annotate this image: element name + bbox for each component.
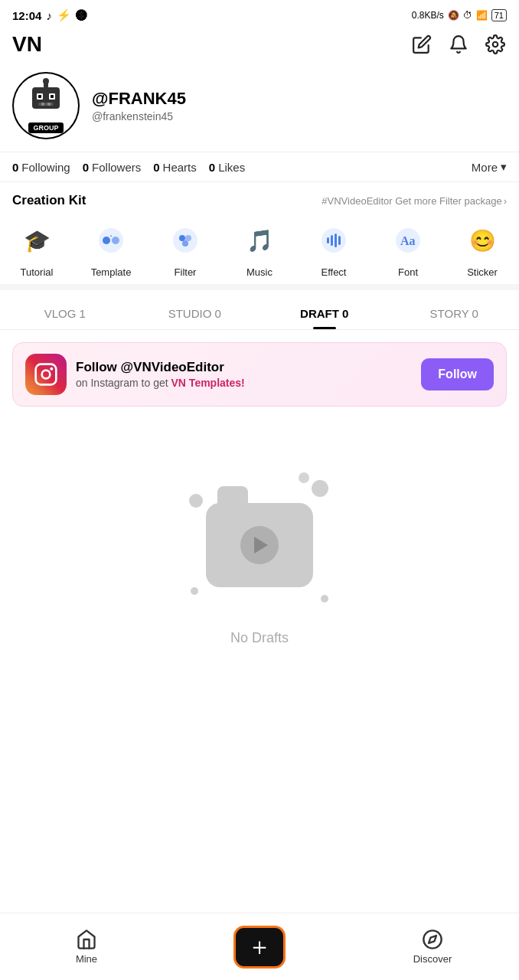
banner-text: Follow @VNVideoEditor on Instagram to ge… — [76, 360, 412, 389]
status-time: 12:04 ♪ ⚡ 🅢 — [12, 8, 87, 22]
status-right-icons: 0.8KB/s 🔕 ⏱ 📶 71 — [412, 9, 507, 21]
notification-button[interactable] — [447, 33, 470, 56]
home-icon — [76, 929, 97, 950]
template-label: Template — [91, 266, 132, 278]
kit-item-tutorial[interactable]: 🎓 Tutorial — [15, 219, 58, 278]
music-label: Music — [246, 266, 273, 278]
discover-label: Discover — [413, 953, 452, 965]
svg-point-27 — [42, 371, 51, 379]
svg-point-28 — [50, 368, 53, 371]
network-speed: 0.8KB/s — [412, 10, 444, 21]
likes-stat[interactable]: 0 Likes — [209, 161, 245, 174]
svg-rect-7 — [38, 103, 54, 106]
font-icon: Aa — [387, 219, 429, 262]
empty-drafts-icon — [183, 465, 336, 618]
hearts-label: Hearts — [163, 161, 197, 174]
svg-rect-8 — [41, 103, 44, 106]
creation-kit-section: Creation Kit #VNVideoEditor Get more Fil… — [0, 182, 519, 284]
clock-icon: ⏱ — [463, 10, 472, 21]
svg-point-12 — [99, 228, 123, 253]
svg-rect-21 — [331, 235, 333, 246]
music-icon: 🎵 — [238, 219, 281, 262]
kit-filter-link[interactable]: #VNVideoEditor Get more Filter package › — [322, 195, 507, 207]
nav-add[interactable]: ＋ — [173, 926, 346, 969]
svg-rect-5 — [38, 95, 41, 98]
filter-label: Filter — [175, 266, 197, 278]
status-bar: 12:04 ♪ ⚡ 🅢 0.8KB/s 🔕 ⏱ 📶 71 — [0, 0, 519, 28]
following-label: Following — [21, 161, 70, 174]
kit-icons-row: 🎓 Tutorial Template — [12, 219, 507, 278]
shopping-icon: 🅢 — [76, 9, 87, 22]
signal-icon: 📶 — [476, 10, 488, 21]
svg-marker-30 — [429, 936, 436, 943]
svg-point-13 — [103, 237, 110, 244]
banner-subtitle: on Instagram to get VN Templates! — [76, 377, 412, 389]
kit-item-font[interactable]: Aa Font — [387, 219, 429, 278]
nav-discover[interactable]: Discover — [346, 929, 519, 965]
content-tabs: VLOG 1 STUDIO 0 DRAFT 0 STORY 0 — [0, 296, 519, 330]
svg-point-29 — [423, 930, 441, 948]
add-button[interactable]: ＋ — [233, 926, 286, 969]
kit-item-effect[interactable]: Effect — [312, 219, 355, 278]
mine-label: Mine — [76, 953, 97, 965]
svg-rect-22 — [335, 234, 337, 247]
svg-point-14 — [112, 237, 119, 244]
effect-icon — [312, 219, 355, 262]
display-name: @FRANK45 — [92, 89, 507, 109]
top-action-icons — [410, 33, 507, 56]
tutorial-icon: 🎓 — [15, 219, 58, 262]
followers-label: Followers — [92, 161, 141, 174]
following-stat[interactable]: 0 Following — [12, 161, 70, 174]
compass-icon — [422, 929, 443, 950]
likes-count: 0 — [209, 161, 215, 174]
svg-rect-23 — [338, 236, 341, 245]
time-display: 12:04 — [12, 9, 41, 22]
font-label: Font — [398, 266, 418, 278]
svg-point-16 — [179, 235, 185, 241]
svg-text:Aa: Aa — [400, 234, 416, 247]
tab-story[interactable]: STORY 0 — [390, 296, 520, 329]
kit-item-template[interactable]: Template — [90, 219, 132, 278]
effect-label: Effect — [321, 266, 346, 278]
instagram-logo — [25, 354, 67, 395]
edit-button[interactable] — [410, 33, 433, 56]
music-icon: ♪ — [46, 9, 52, 22]
group-badge: GROUP — [28, 122, 63, 133]
settings-button[interactable] — [484, 33, 507, 56]
chevron-down-icon: ▾ — [501, 160, 507, 174]
svg-point-0 — [493, 42, 498, 47]
tab-vlog[interactable]: VLOG 1 — [0, 296, 130, 329]
followers-stat[interactable]: 0 Followers — [83, 161, 142, 174]
hearts-stat[interactable]: 0 Hearts — [153, 161, 197, 174]
stats-row: 0 Following 0 Followers 0 Hearts 0 Likes… — [0, 152, 519, 182]
kit-item-filter[interactable]: Filter — [164, 219, 207, 278]
followers-count: 0 — [83, 161, 89, 174]
follow-button[interactable]: Follow — [421, 358, 494, 390]
sticker-label: Sticker — [467, 266, 498, 278]
more-button[interactable]: More ▾ — [472, 160, 507, 174]
tab-draft[interactable]: DRAFT 0 — [260, 296, 390, 329]
mute-icon: 🔕 — [448, 10, 459, 21]
nav-mine[interactable]: Mine — [0, 929, 173, 965]
battery-icon: 71 — [491, 9, 507, 21]
profile-section: GROUP @FRANK45 @frankenstein45 — [0, 64, 519, 152]
username: @frankenstein45 — [92, 110, 507, 122]
svg-point-11 — [43, 78, 49, 84]
svg-point-17 — [185, 235, 191, 241]
plus-icon: ＋ — [247, 934, 272, 959]
creation-kit-title: Creation Kit — [12, 193, 86, 208]
kit-item-sticker[interactable]: 😊 Sticker — [461, 219, 504, 278]
template-icon — [90, 219, 132, 262]
app-logo: VN — [12, 32, 42, 57]
kit-item-music[interactable]: 🎵 Music — [238, 219, 281, 278]
svg-rect-6 — [51, 95, 54, 98]
filter-icon — [164, 219, 207, 262]
tab-studio[interactable]: STUDIO 0 — [130, 296, 260, 329]
instagram-banner: Follow @VNVideoEditor on Instagram to ge… — [12, 342, 507, 407]
profile-info: @FRANK45 @frankenstein45 — [92, 89, 507, 122]
svg-rect-20 — [327, 237, 329, 243]
section-divider — [0, 284, 519, 290]
svg-point-18 — [182, 240, 188, 247]
banner-title: Follow @VNVideoEditor — [76, 360, 412, 375]
creation-kit-header: Creation Kit #VNVideoEditor Get more Fil… — [12, 193, 507, 208]
